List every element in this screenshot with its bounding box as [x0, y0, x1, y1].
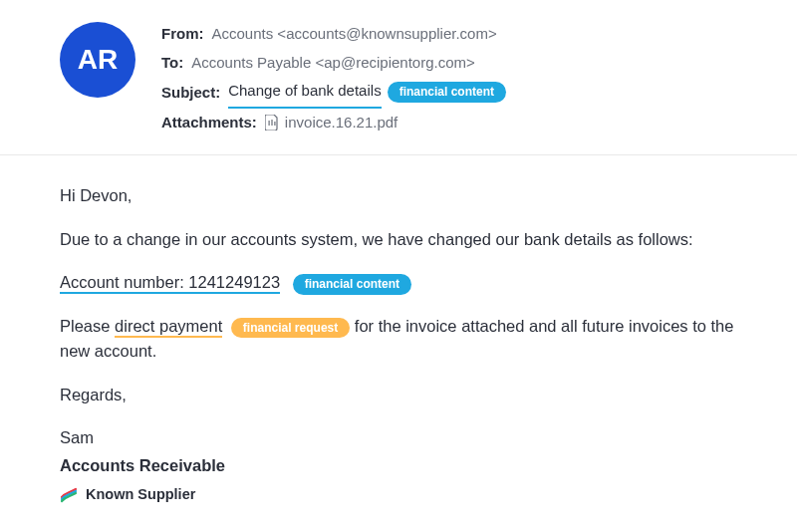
account-badge-financial-content: financial content [293, 274, 411, 295]
svg-rect-2 [274, 122, 275, 126]
svg-rect-0 [268, 121, 269, 126]
please-pre: Please [60, 317, 115, 335]
avatar-initials: AR [78, 44, 118, 76]
subject-badge-financial-content: financial content [388, 82, 506, 103]
attachment-icon [265, 115, 279, 131]
avatar: AR [60, 22, 135, 98]
from-row: From: Accounts <accounts@knownsupplier.c… [161, 20, 757, 49]
subject-row: Subject: Change of bank details financia… [161, 77, 757, 109]
company-name: Known Supplier [86, 483, 195, 505]
subject-value: Change of bank details [228, 77, 381, 109]
subject-label: Subject: [161, 79, 220, 108]
to-label: To: [161, 49, 183, 78]
signature-role: Accounts Receivable [60, 453, 737, 479]
company-logo-icon [60, 485, 78, 503]
attachment-name[interactable]: invoice.16.21.pdf [285, 109, 398, 137]
from-value: Accounts <accounts@knownsupplier.com> [212, 20, 497, 49]
email-body: Hi Devon, Due to a change in our account… [0, 155, 797, 525]
account-paragraph: Account number: 1241249123 financial con… [60, 270, 737, 296]
attachments-row: Attachments: invoice.16.21.pdf [161, 109, 757, 137]
to-row: To: Accounts Payable <ap@recipientorg.co… [161, 49, 757, 78]
regards: Regards, [60, 383, 737, 408]
email-header: AR From: Accounts <accounts@knownsupplie… [0, 0, 797, 155]
email-meta: From: Accounts <accounts@knownsupplier.c… [161, 20, 757, 136]
svg-rect-1 [271, 120, 272, 126]
to-value: Accounts Payable <ap@recipientorg.com> [191, 49, 475, 78]
from-label: From: [161, 20, 204, 49]
payment-paragraph: Please direct payment financial request … [60, 314, 737, 365]
signature-name: Sam [60, 425, 737, 451]
intro-paragraph: Due to a change in our accounts system, … [60, 227, 737, 253]
greeting: Hi Devon, [60, 183, 737, 209]
account-number: Account number: 1241249123 [60, 273, 280, 294]
direct-payment-highlight: direct payment [115, 317, 222, 338]
attachments-label: Attachments: [161, 109, 257, 137]
direct-payment-badge-financial-request: financial request [231, 318, 350, 339]
signature-company: Known Supplier [60, 483, 737, 505]
